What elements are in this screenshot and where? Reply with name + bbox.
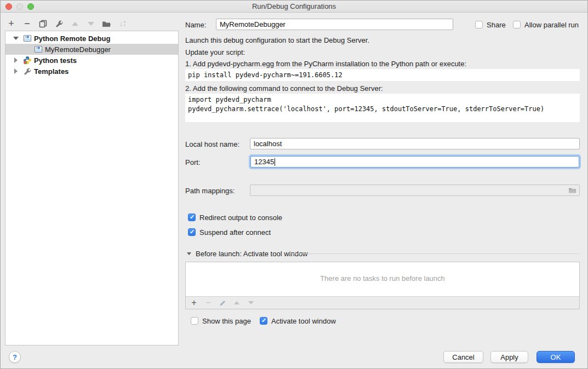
- move-up-icon: [234, 301, 239, 304]
- step1-text: 1. Add pydevd-pycharm.egg from the PyCha…: [185, 60, 466, 68]
- pip-install-code: pip install pydevd-pycharm~=191.6605.12: [185, 69, 580, 81]
- remote-debug-icon: [23, 34, 32, 43]
- window-title: Run/Debug Configurations: [1, 2, 587, 10]
- sort-configurations-button: ↓az: [117, 19, 128, 29]
- question-mark-icon: ?: [13, 353, 17, 361]
- add-configuration-button[interactable]: +: [6, 19, 16, 29]
- edit-task-button: [219, 299, 226, 307]
- help-button[interactable]: ?: [9, 351, 21, 363]
- show-this-page-label: Show this page: [202, 317, 251, 325]
- configurations-tree: Python Remote Debug MyRemoteDebugger: [5, 31, 179, 345]
- edit-pencil-icon: [219, 299, 226, 307]
- tree-item-python-remote-debug[interactable]: Python Remote Debug: [5, 33, 178, 44]
- python-icon: [23, 56, 32, 65]
- before-launch-task-list: There are no tasks to run before launch …: [185, 262, 580, 309]
- chevron-down-icon[interactable]: [13, 37, 19, 40]
- remove-icon: −: [24, 19, 30, 28]
- tree-item-label: Templates: [34, 67, 68, 76]
- move-up-button: [70, 19, 80, 29]
- remove-icon: −: [205, 298, 210, 307]
- local-host-name-input[interactable]: localhost: [250, 138, 580, 149]
- configurations-toolbar: + − ↓az: [6, 17, 128, 30]
- tree-item-templates[interactable]: Templates: [5, 66, 178, 77]
- copy-icon: [39, 20, 47, 28]
- local-host-name-value: localhost: [254, 140, 282, 148]
- remove-task-button: −: [204, 299, 212, 307]
- tree-item-myremotedebugger[interactable]: MyRemoteDebugger: [5, 44, 178, 55]
- browse-folder-icon[interactable]: [568, 187, 576, 194]
- tree-item-label: Python tests: [34, 56, 77, 65]
- apply-button[interactable]: Apply: [490, 351, 528, 363]
- activate-tool-window-checkbox[interactable]: [260, 317, 267, 325]
- name-value: MyRemoteDebugger: [220, 20, 286, 28]
- chevron-right-icon[interactable]: [14, 68, 18, 74]
- section-divider: [289, 253, 580, 254]
- tree-item-python-tests[interactable]: Python tests: [5, 55, 178, 66]
- remote-debug-icon: [34, 45, 43, 54]
- sort-alphabetically-icon: ↓az: [119, 19, 126, 28]
- update-script-text: Update your script:: [185, 48, 245, 56]
- move-task-down-button: [247, 299, 255, 307]
- path-mappings-input[interactable]: [250, 184, 580, 196]
- no-tasks-text: There are no tasks to run before launch: [186, 274, 579, 282]
- activate-tool-window-label: Activate tool window: [271, 317, 336, 325]
- port-label: Port:: [185, 158, 200, 166]
- show-this-page-checkbox[interactable]: [191, 317, 198, 325]
- before-launch-collapse-icon[interactable]: [187, 252, 191, 255]
- copy-configuration-button[interactable]: [38, 19, 48, 29]
- titlebar[interactable]: Run/Debug Configurations: [1, 1, 587, 13]
- ok-button[interactable]: OK: [536, 351, 575, 363]
- edit-templates-button[interactable]: [54, 19, 64, 29]
- move-task-up-button: [233, 299, 241, 307]
- edit-wrench-icon: [55, 19, 64, 28]
- new-folder-button[interactable]: [101, 19, 112, 29]
- intro-text: Launch this debug configuration to start…: [185, 36, 369, 44]
- redirect-output-checkbox[interactable]: [188, 214, 196, 221]
- suspend-after-connect-checkbox[interactable]: [188, 228, 196, 236]
- move-down-icon: [248, 301, 254, 304]
- tree-item-label: MyRemoteDebugger: [45, 45, 111, 54]
- settrace-code: import pydevd_pycharm pydevd_pycharm.set…: [185, 94, 580, 122]
- chevron-right-icon[interactable]: [14, 57, 18, 63]
- local-host-name-label: Local host name:: [185, 140, 239, 148]
- add-icon: +: [191, 298, 196, 307]
- suspend-after-connect-label: Suspend after connect: [199, 228, 271, 237]
- name-label: Name:: [185, 21, 206, 29]
- redirect-output-label: Redirect output to console: [199, 214, 282, 222]
- tree-item-label: Python Remote Debug: [34, 34, 110, 43]
- path-mappings-label: Path mappings:: [185, 187, 235, 195]
- port-input[interactable]: 12345: [250, 156, 579, 168]
- name-input[interactable]: MyRemoteDebugger: [216, 19, 453, 30]
- port-value: 12345: [254, 158, 274, 166]
- settrace-code-line2: pydevd_pycharm.settrace('localhost', por…: [188, 105, 544, 113]
- allow-parallel-run-checkbox[interactable]: [513, 21, 521, 28]
- move-down-icon: [88, 22, 94, 26]
- text-caret: [275, 158, 275, 166]
- move-up-icon: [72, 22, 78, 26]
- step2-text: 2. Add the following command to connect …: [185, 84, 383, 93]
- run-debug-configurations-dialog: Run/Debug Configurations + −: [0, 0, 588, 369]
- remove-configuration-button[interactable]: −: [22, 19, 32, 29]
- cancel-button[interactable]: Cancel: [443, 351, 483, 363]
- add-icon: +: [8, 19, 14, 28]
- share-label: Share: [487, 21, 506, 29]
- wrench-icon: [23, 67, 32, 76]
- task-list-toolbar: + −: [186, 296, 579, 309]
- share-checkbox[interactable]: [475, 21, 483, 28]
- new-folder-icon: [102, 20, 111, 28]
- move-down-button: [85, 19, 96, 29]
- settrace-code-line1: import pydevd_pycharm: [188, 96, 271, 103]
- allow-parallel-run-label: Allow parallel run: [524, 21, 579, 29]
- add-task-button[interactable]: +: [190, 299, 198, 307]
